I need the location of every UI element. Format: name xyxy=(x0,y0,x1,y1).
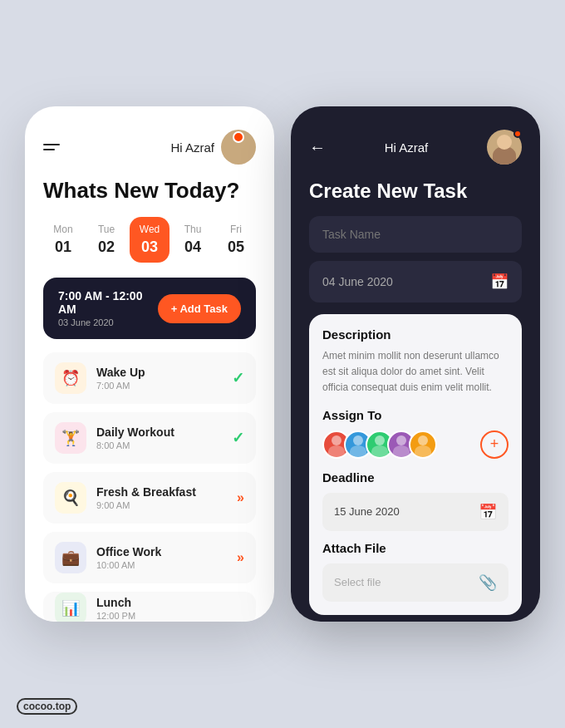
task-status-wake: ✓ xyxy=(232,369,244,387)
day-name-mon: Mon xyxy=(53,224,72,235)
header-right: Hi Azraf xyxy=(170,130,256,165)
description-text: Amet minim mollit non deserunt ullamco e… xyxy=(322,348,508,396)
day-name-tue: Tue xyxy=(98,224,115,235)
list-item[interactable]: ⏰ Wake Up 7:00 AM ✓ xyxy=(43,352,256,404)
task-icon-lunch: 📊 xyxy=(55,593,86,622)
task-name-wake: Wake Up xyxy=(96,366,222,379)
cal-day-wed[interactable]: Wed 03 xyxy=(130,217,170,263)
task-name-field[interactable] xyxy=(309,216,522,253)
add-assignee-button[interactable]: + xyxy=(480,430,508,459)
list-item[interactable]: 🏋 Daily Workout 8:00 AM ✓ xyxy=(43,412,256,464)
task-name-office: Office Work xyxy=(96,545,227,558)
task-info-wake: Wake Up 7:00 AM xyxy=(96,366,222,391)
task-time-workout: 8:00 AM xyxy=(96,440,222,450)
day-num-wed: 03 xyxy=(141,239,158,256)
cal-day-mon[interactable]: Mon 01 xyxy=(43,217,83,263)
back-button[interactable]: ← xyxy=(309,138,326,157)
task-time-office: 10:00 AM xyxy=(96,560,227,570)
avatar[interactable] xyxy=(221,130,256,165)
cal-day-thu[interactable]: Thu 04 xyxy=(173,217,213,263)
banner-info: 7:00 AM - 12:00 AM 03 June 2020 xyxy=(58,289,158,327)
task-icon-office: 💼 xyxy=(55,542,86,573)
date-picker[interactable]: 04 June 2020 📅 xyxy=(309,261,522,303)
date-banner: 7:00 AM - 12:00 AM 03 June 2020 + Add Ta… xyxy=(43,278,256,339)
list-item[interactable]: 💼 Office Work 10:00 AM » xyxy=(43,532,256,583)
banner-date: 03 June 2020 xyxy=(58,317,158,327)
task-name-workout: Daily Workout xyxy=(96,425,222,439)
assign-row: + xyxy=(322,430,508,459)
day-name-thu: Thu xyxy=(184,224,202,235)
assign-label: Assign To xyxy=(322,408,508,422)
attach-placeholder: Select file xyxy=(334,576,381,588)
hamburger-icon[interactable] xyxy=(43,144,60,150)
deadline-label: Deadline xyxy=(322,470,508,485)
task-time-breakfast: 9:00 AM xyxy=(96,500,227,510)
task-icon-workout: 🏋 xyxy=(55,422,86,454)
list-item[interactable]: 📊 Lunch 12:00 PM xyxy=(43,592,256,622)
calendar-strip: Mon 01 Tue 02 Wed 03 Thu 04 Fri 05 xyxy=(43,217,256,263)
right-header: ← Hi Azraf xyxy=(309,130,522,165)
attach-row[interactable]: Select file 📎 xyxy=(322,563,508,602)
right-greeting: Hi Azraf xyxy=(385,140,429,155)
list-item[interactable]: 🍳 Fresh & Breakfast 9:00 AM » xyxy=(43,472,256,524)
page-title: Whats New Today? xyxy=(43,178,256,204)
right-phone: ← Hi Azraf Create New Task 04 June 2020 … xyxy=(291,106,540,622)
time-range: 7:00 AM - 12:00 AM xyxy=(58,289,158,316)
assignee-avatars xyxy=(322,430,437,459)
watermark: cocoo.top xyxy=(17,698,77,715)
day-num-tue: 02 xyxy=(98,239,115,256)
add-task-button[interactable]: + Add Task xyxy=(158,294,241,323)
day-num-mon: 01 xyxy=(55,239,71,256)
day-num-thu: 04 xyxy=(184,239,201,256)
watermark-text: cocoo.top xyxy=(17,698,77,715)
avatar-container xyxy=(487,130,522,165)
day-name-fri: Fri xyxy=(230,224,242,235)
left-header: Hi Azraf xyxy=(43,130,256,165)
deadline-date: 15 June 2020 xyxy=(334,505,400,518)
task-info-workout: Daily Workout 8:00 AM xyxy=(96,425,222,450)
task-list: ⏰ Wake Up 7:00 AM ✓ 🏋 Daily Workout 8:00… xyxy=(43,352,256,622)
assignee-avatar-5 xyxy=(409,430,437,459)
form-section: Description Amet minim mollit non deseru… xyxy=(309,314,522,615)
description-label: Description xyxy=(322,327,508,342)
task-status-office: » xyxy=(237,550,244,565)
task-info-breakfast: Fresh & Breakfast 9:00 AM xyxy=(96,485,227,510)
task-time-lunch: 12:00 PM xyxy=(96,611,244,621)
task-info-lunch: Lunch 12:00 PM xyxy=(96,596,244,621)
task-info-office: Office Work 10:00 AM xyxy=(96,545,227,570)
task-icon-breakfast: 🍳 xyxy=(55,482,86,514)
deadline-calendar-icon[interactable]: 📅 xyxy=(479,503,497,521)
task-name-breakfast: Fresh & Breakfast xyxy=(96,485,227,499)
day-name-wed: Wed xyxy=(140,224,160,235)
cal-day-fri[interactable]: Fri 05 xyxy=(216,217,256,263)
right-page-title: Create New Task xyxy=(309,180,522,203)
day-num-fri: 05 xyxy=(228,239,244,256)
task-name-lunch: Lunch xyxy=(96,596,244,609)
calendar-icon[interactable]: 📅 xyxy=(490,273,508,291)
attach-label: Attach File xyxy=(322,541,508,555)
task-name-input[interactable] xyxy=(322,228,508,241)
cal-day-tue[interactable]: Tue 02 xyxy=(86,217,126,263)
date-value: 04 June 2020 xyxy=(322,275,393,288)
notification-badge xyxy=(513,130,522,138)
task-time-wake: 7:00 AM xyxy=(96,381,222,391)
deadline-row[interactable]: 15 June 2020 📅 xyxy=(322,493,508,531)
paperclip-icon[interactable]: 📎 xyxy=(479,573,497,592)
left-phone: Hi Azraf Whats New Today? Mon 01 Tue 02 … xyxy=(25,106,274,622)
task-icon-wake: ⏰ xyxy=(55,362,86,394)
left-greeting: Hi Azraf xyxy=(170,140,214,155)
task-status-breakfast: » xyxy=(237,490,244,505)
task-status-workout: ✓ xyxy=(232,429,244,447)
